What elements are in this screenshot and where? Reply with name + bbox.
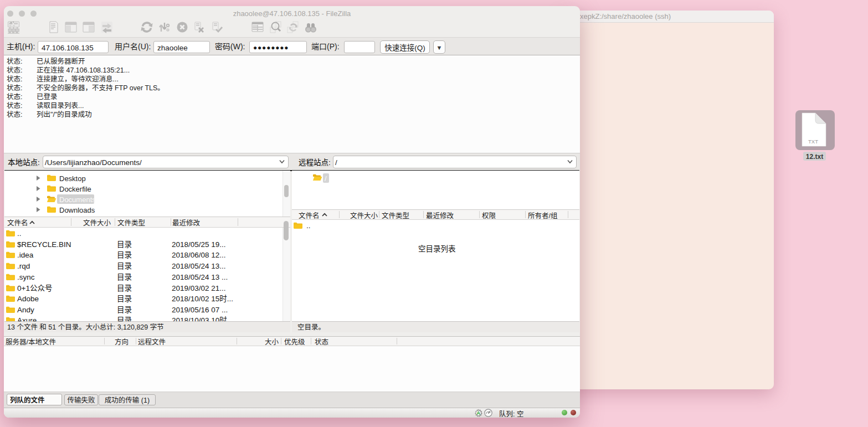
svg-text:TXT: TXT: [808, 138, 818, 145]
svg-text:A: A: [476, 410, 480, 416]
